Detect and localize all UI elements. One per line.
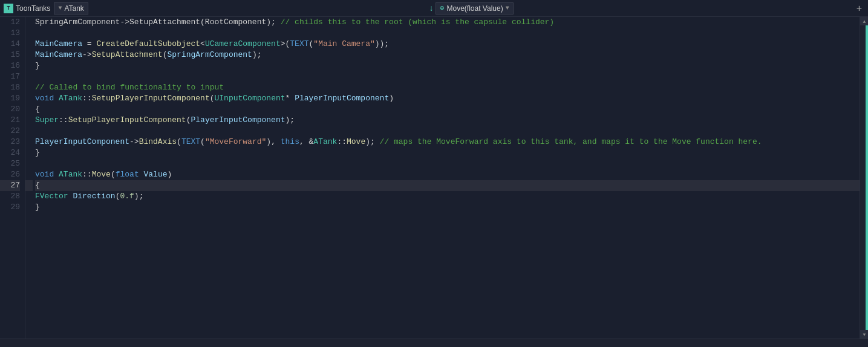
code-line: } [35, 60, 860, 71]
code-line: // Called to bind functionality to input [35, 82, 860, 93]
func-dropdown[interactable]: ⊕ Move(float Value) ▼ [436, 2, 513, 15]
project-selector[interactable]: T ToonTanks [4, 4, 50, 13]
code-line: { [35, 180, 860, 191]
title-bar: T ToonTanks ▼ ATank ↓ ⊕ Move(float Value… [0, 0, 868, 17]
line-numbers: 121314151617181920212223242526272829 [0, 17, 25, 339]
file-dropdown-label: ATank [64, 4, 83, 13]
code-line: void ATank::SetupPlayerInputComponent(UI… [35, 93, 860, 104]
scroll-track [860, 25, 868, 330]
code-line: void ATank::Move(float Value) [35, 169, 860, 180]
code-line: PlayerInputComponent->BindAxis(TEXT("Mov… [35, 137, 860, 148]
code-line: } [35, 202, 860, 213]
code-line: MainCamera->SetupAttachment(SpringArmCom… [35, 50, 860, 60]
dropdown-arrow-func: ▼ [506, 5, 509, 11]
func-dropdown-label: Move(float Value) [446, 4, 503, 13]
code-line [35, 28, 860, 39]
scroll-thumb[interactable] [866, 25, 868, 330]
bottom-scrollbar[interactable] [0, 339, 868, 347]
func-arrow-icon: ↓ [429, 4, 434, 13]
editor-window: T ToonTanks ▼ ATank ↓ ⊕ Move(float Value… [0, 0, 868, 347]
func-icon-area: ↓ ⊕ Move(float Value) ▼ [92, 2, 850, 15]
dropdown-arrow-file: ▼ [58, 5, 62, 11]
func-icon-sym: ⊕ [440, 4, 444, 13]
code-line: Super::SetupPlayerInputComponent(PlayerI… [35, 115, 860, 126]
project-icon: T [4, 4, 13, 13]
scroll-down-btn[interactable]: ▼ [860, 330, 868, 339]
add-button[interactable]: + [854, 4, 864, 13]
code-content[interactable]: SpringArmComponent->SetupAttachment(Root… [33, 17, 860, 339]
scroll-up-btn[interactable]: ▲ [860, 17, 868, 25]
left-gutter [25, 17, 33, 339]
code-line: SpringArmComponent->SetupAttachment(Root… [35, 17, 860, 28]
right-scrollbar[interactable]: ▲ ▼ [860, 17, 868, 339]
project-name: ToonTanks [16, 4, 50, 13]
code-line [35, 158, 860, 169]
editor-body: 121314151617181920212223242526272829 Spr… [0, 17, 868, 339]
code-line: { [35, 104, 860, 115]
code-line: MainCamera = CreateDefaultSubobject<UCam… [35, 39, 860, 50]
code-line [35, 71, 860, 82]
code-line: FVector Direction(0.f); [35, 191, 860, 202]
code-line: } [35, 148, 860, 158]
code-line [35, 126, 860, 137]
file-dropdown[interactable]: ▼ ATank [54, 2, 88, 15]
